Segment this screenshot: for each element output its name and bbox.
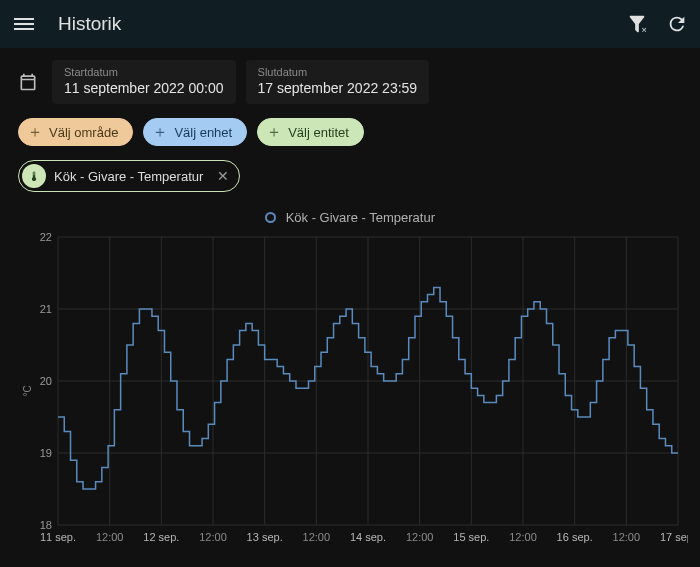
top-bar: Historik × bbox=[0, 0, 700, 48]
choose-unit-chip[interactable]: ＋ Välj enhet bbox=[143, 118, 247, 146]
svg-text:22: 22 bbox=[40, 231, 52, 243]
selected-entity-chip[interactable]: 🌡 Kök - Givare - Temperatur ✕ bbox=[18, 160, 240, 192]
end-date-field[interactable]: Slutdatum 17 september 2022 23:59 bbox=[246, 60, 430, 104]
chart-container: °C 181920212211 sep.12:0012 sep.12:0013 … bbox=[28, 231, 682, 551]
calendar-icon bbox=[18, 72, 38, 92]
chip-label: Välj område bbox=[49, 125, 118, 140]
svg-text:21: 21 bbox=[40, 303, 52, 315]
svg-text:12:00: 12:00 bbox=[96, 531, 124, 543]
start-date-label: Startdatum bbox=[64, 66, 224, 78]
plus-icon: ＋ bbox=[266, 124, 282, 140]
svg-text:17 sep.: 17 sep. bbox=[660, 531, 688, 543]
svg-text:12:00: 12:00 bbox=[613, 531, 641, 543]
close-icon[interactable]: ✕ bbox=[211, 168, 235, 184]
thermometer-icon: 🌡 bbox=[22, 164, 46, 188]
svg-text:16 sep.: 16 sep. bbox=[557, 531, 593, 543]
svg-text:11 sep.: 11 sep. bbox=[40, 531, 76, 543]
chart-legend: Kök - Givare - Temperatur bbox=[18, 210, 682, 225]
refresh-icon[interactable] bbox=[666, 13, 688, 35]
end-date-value: 17 september 2022 23:59 bbox=[258, 80, 418, 96]
date-range-row: Startdatum 11 september 2022 00:00 Slutd… bbox=[18, 60, 682, 104]
menu-icon[interactable] bbox=[12, 12, 36, 36]
choose-entity-chip[interactable]: ＋ Välj entitet bbox=[257, 118, 364, 146]
start-date-field[interactable]: Startdatum 11 september 2022 00:00 bbox=[52, 60, 236, 104]
choose-area-chip[interactable]: ＋ Välj område bbox=[18, 118, 133, 146]
svg-text:15 sep.: 15 sep. bbox=[453, 531, 489, 543]
svg-text:14 sep.: 14 sep. bbox=[350, 531, 386, 543]
filter-clear-icon[interactable]: × bbox=[626, 13, 648, 35]
line-chart: 181920212211 sep.12:0012 sep.12:0013 sep… bbox=[28, 231, 688, 551]
svg-text:18: 18 bbox=[40, 519, 52, 531]
svg-text:12:00: 12:00 bbox=[509, 531, 537, 543]
svg-text:12:00: 12:00 bbox=[406, 531, 434, 543]
selected-entity-label: Kök - Givare - Temperatur bbox=[54, 169, 203, 184]
plus-icon: ＋ bbox=[152, 124, 168, 140]
svg-text:20: 20 bbox=[40, 375, 52, 387]
svg-text:12:00: 12:00 bbox=[199, 531, 227, 543]
svg-text:13 sep.: 13 sep. bbox=[247, 531, 283, 543]
plus-icon: ＋ bbox=[27, 124, 43, 140]
end-date-label: Slutdatum bbox=[258, 66, 418, 78]
svg-text:12:00: 12:00 bbox=[303, 531, 331, 543]
legend-marker-icon bbox=[265, 212, 276, 223]
svg-text:19: 19 bbox=[40, 447, 52, 459]
legend-label: Kök - Givare - Temperatur bbox=[286, 210, 435, 225]
svg-text:12 sep.: 12 sep. bbox=[143, 531, 179, 543]
page-title: Historik bbox=[58, 13, 626, 35]
chip-label: Välj enhet bbox=[174, 125, 232, 140]
start-date-value: 11 september 2022 00:00 bbox=[64, 80, 224, 96]
y-axis-label: °C bbox=[22, 385, 33, 396]
chip-label: Välj entitet bbox=[288, 125, 349, 140]
svg-text:×: × bbox=[642, 25, 647, 35]
